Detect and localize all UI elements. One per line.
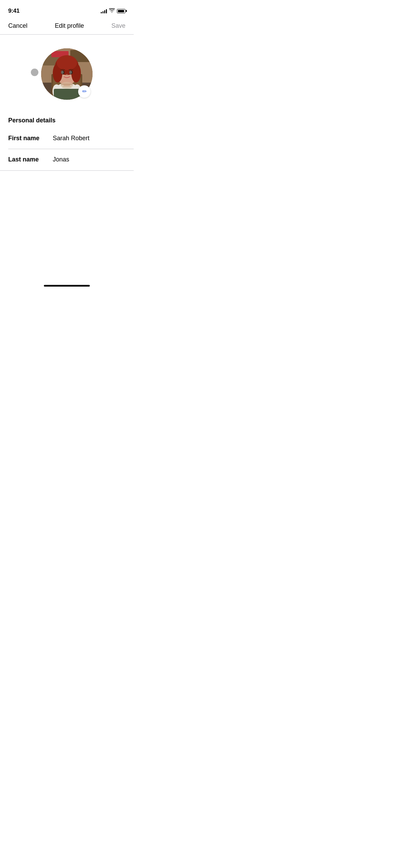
svg-rect-24 bbox=[61, 84, 73, 85]
page-title: Edit profile bbox=[55, 22, 84, 29]
first-name-row[interactable]: First name Sarah Robert bbox=[0, 128, 134, 149]
home-indicator bbox=[44, 285, 90, 287]
signal-icon bbox=[101, 9, 107, 13]
last-name-label: Last name bbox=[8, 156, 53, 163]
first-name-label: First name bbox=[8, 135, 53, 142]
edit-photo-button[interactable]: ✏ bbox=[78, 85, 90, 98]
status-icons bbox=[101, 8, 125, 14]
first-name-value: Sarah Robert bbox=[53, 135, 89, 142]
svg-point-22 bbox=[69, 71, 72, 74]
nav-bar: Cancel Edit profile Save bbox=[0, 17, 134, 34]
section-title: Personal details bbox=[8, 117, 56, 124]
avatar-section: ✏ bbox=[0, 35, 134, 110]
pencil-icon: ✏ bbox=[82, 88, 87, 95]
battery-icon bbox=[117, 9, 125, 13]
save-button[interactable]: Save bbox=[111, 22, 125, 29]
svg-rect-25 bbox=[62, 86, 71, 87]
status-time: 9:41 bbox=[8, 8, 20, 14]
svg-rect-12 bbox=[54, 89, 80, 100]
cancel-button[interactable]: Cancel bbox=[8, 22, 27, 29]
wifi-icon bbox=[109, 8, 115, 14]
section-bottom-divider bbox=[0, 170, 134, 171]
status-bar: 9:41 bbox=[0, 0, 134, 17]
avatar-wrapper: ✏ bbox=[41, 48, 93, 100]
avatar-dot-decoration bbox=[31, 69, 38, 76]
svg-point-21 bbox=[61, 71, 64, 74]
last-name-row[interactable]: Last name Jonas bbox=[0, 149, 134, 170]
svg-point-18 bbox=[57, 55, 77, 70]
personal-details-section: Personal details bbox=[0, 110, 134, 128]
last-name-value: Jonas bbox=[53, 156, 69, 163]
